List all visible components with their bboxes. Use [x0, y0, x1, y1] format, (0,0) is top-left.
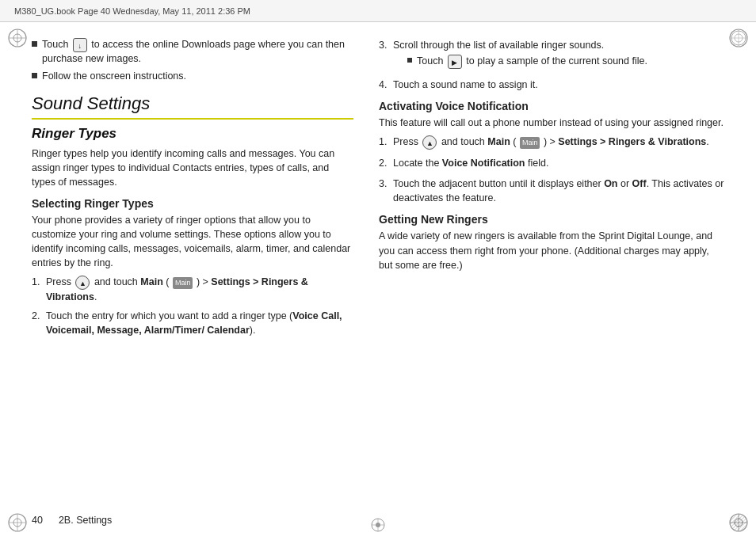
step1-num: 1.: [32, 275, 46, 289]
page: M380_UG.book Page 40 Wednesday, May 11, …: [0, 0, 756, 540]
corner-decoration-br: [727, 511, 750, 534]
corner-decoration-tr: [727, 27, 750, 49]
sub-bullet-icon: [407, 58, 412, 63]
ringer-types-body: Ringer types help you identify incoming …: [32, 146, 353, 189]
press-icon-2: ▲: [422, 135, 437, 150]
main-label-1: Main: [173, 277, 193, 289]
bullet-downloads: Touch ↓ to access the online Downloads p…: [32, 38, 353, 67]
bullet-icon: [32, 41, 37, 47]
step3-num: 3.: [379, 38, 393, 52]
activating-body: This feature will call out a phone numbe…: [379, 116, 724, 130]
content-area: Touch ↓ to access the online Downloads p…: [0, 22, 756, 540]
left-step-2: 2. Touch the entry for which you want to…: [32, 309, 353, 337]
getting-heading: Getting New Ringers: [379, 213, 724, 226]
corner-decoration-bl: [6, 511, 29, 534]
step3-text: Scroll through the list of available rin…: [393, 40, 604, 51]
step4-text: Touch a sound name to assign it.: [393, 78, 724, 92]
step2-content: Touch the entry for which you want to ad…: [46, 309, 353, 337]
play-icon: ▶: [448, 55, 462, 69]
selecting-heading: Selecting Ringer Types: [32, 197, 353, 210]
step3-sub-text: Touch ▶ to play a sample of the current …: [417, 55, 647, 69]
act-step2-num: 2.: [379, 156, 393, 170]
footer: 40 2B. Settings: [32, 515, 112, 526]
sound-settings-heading: Sound Settings: [32, 93, 353, 120]
downloads-icon: ↓: [73, 38, 87, 52]
header-text: M380_UG.book Page 40 Wednesday, May 11, …: [14, 6, 250, 16]
getting-body: A wide variety of new ringers is availab…: [379, 229, 724, 272]
step4-num: 4.: [379, 78, 393, 92]
bullet-onscreen: Follow the onscreen instructions.: [32, 70, 353, 84]
bullet-onscreen-text: Follow the onscreen instructions.: [42, 70, 353, 84]
bullet-downloads-text: Touch ↓ to access the online Downloads p…: [42, 38, 353, 67]
right-step-4: 4. Touch a sound name to assign it.: [379, 78, 724, 92]
right-step-3: 3. Scroll through the list of available …: [379, 38, 724, 71]
corner-decoration-tl: [6, 27, 29, 49]
act-step1-content: Press ▲ and touch Main ( Main ) > Settin…: [393, 135, 724, 150]
header-bar: M380_UG.book Page 40 Wednesday, May 11, …: [0, 0, 756, 22]
act-step-3: 3. Touch the adjacent button until it di…: [379, 177, 724, 205]
center-bottom-mark: [369, 516, 387, 534]
main-label-2: Main: [520, 137, 540, 149]
chapter-label: 2B. Settings: [59, 515, 112, 526]
ringer-types-heading: Ringer Types: [32, 126, 353, 142]
step1-content: Press ▲ and touch Main ( Main ) > Settin…: [46, 275, 353, 304]
act-step-1: 1. Press ▲ and touch Main ( Main ) > Set…: [379, 135, 724, 150]
act-step1-num: 1.: [379, 135, 393, 149]
left-column: Touch ↓ to access the online Downloads p…: [32, 38, 372, 524]
act-step-2: 2. Locate the Voice Notification field.: [379, 156, 724, 170]
right-column: 3. Scroll through the list of available …: [372, 38, 724, 524]
step2-num: 2.: [32, 309, 46, 323]
act-step2-content: Locate the Voice Notification field.: [393, 156, 724, 170]
left-step-1: 1. Press ▲ and touch Main ( Main ) > Set…: [32, 275, 353, 304]
selecting-body: Your phone provides a variety of ringer …: [32, 213, 353, 271]
act-step3-num: 3.: [379, 177, 393, 191]
step3-sub: Touch ▶ to play a sample of the current …: [407, 55, 724, 69]
page-number: 40: [32, 515, 43, 526]
bullet-icon-2: [32, 73, 37, 78]
step3-content: Scroll through the list of available rin…: [393, 38, 724, 71]
act-step3-content: Touch the adjacent button until it displ…: [393, 177, 724, 205]
activating-heading: Activating Voice Notification: [379, 100, 724, 112]
press-icon-1: ▲: [75, 276, 90, 290]
